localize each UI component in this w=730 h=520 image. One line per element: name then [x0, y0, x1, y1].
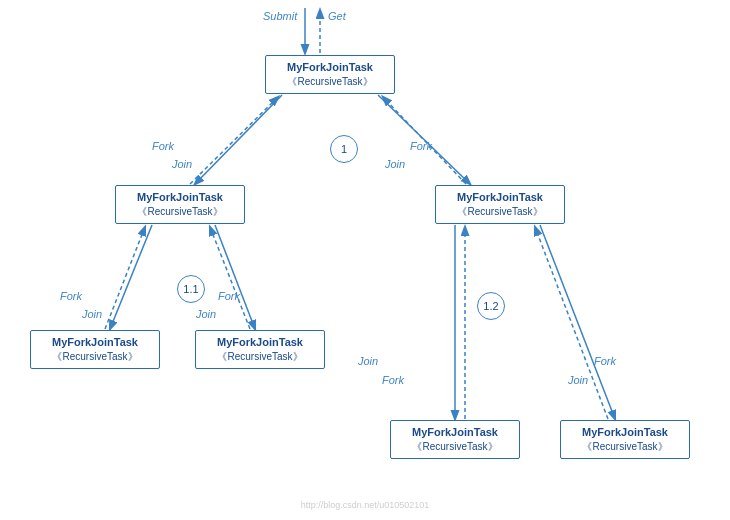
label-fork-ll: Fork — [60, 290, 82, 302]
rl2-task-box: MyForkJoinTask 《RecursiveTask》 — [390, 420, 520, 459]
svg-line-7 — [105, 227, 145, 329]
lr2-task-title: MyForkJoinTask — [204, 335, 316, 350]
svg-line-8 — [215, 225, 255, 329]
svg-line-3 — [190, 97, 278, 184]
root-task-subtitle: 《RecursiveTask》 — [274, 75, 386, 89]
label-fork-r: Fork — [410, 140, 432, 152]
label-fork-rl: Fork — [382, 374, 404, 386]
label-submit: Submit — [263, 10, 297, 22]
diagram: MyForkJoinTask 《RecursiveTask》 MyForkJoi… — [0, 0, 730, 520]
label-fork-lr: Fork — [218, 290, 240, 302]
l1-task-title: MyForkJoinTask — [124, 190, 236, 205]
ll2-task-box: MyForkJoinTask 《RecursiveTask》 — [30, 330, 160, 369]
rl2-task-subtitle: 《RecursiveTask》 — [399, 440, 511, 454]
label-join-r: Join — [385, 158, 405, 170]
label-fork-rr: Fork — [594, 355, 616, 367]
svg-line-6 — [110, 225, 152, 329]
label-fork-l: Fork — [152, 140, 174, 152]
rl2-task-title: MyForkJoinTask — [399, 425, 511, 440]
r1-task-box: MyForkJoinTask 《RecursiveTask》 — [435, 185, 565, 224]
label-join-l: Join — [172, 158, 192, 170]
svg-line-12 — [540, 225, 615, 419]
rr2-task-subtitle: 《RecursiveTask》 — [569, 440, 681, 454]
label-join-lr: Join — [196, 308, 216, 320]
svg-line-13 — [535, 227, 608, 419]
label-join-rl: Join — [358, 355, 378, 367]
watermark: http://blog.csdn.net/u010502101 — [301, 500, 430, 510]
ll2-task-title: MyForkJoinTask — [39, 335, 151, 350]
circle-11: 1.1 — [177, 275, 205, 303]
root-task-box: MyForkJoinTask 《RecursiveTask》 — [265, 55, 395, 94]
rr2-task-title: MyForkJoinTask — [569, 425, 681, 440]
label-get: Get — [328, 10, 346, 22]
rr2-task-box: MyForkJoinTask 《RecursiveTask》 — [560, 420, 690, 459]
circle-1: 1 — [330, 135, 358, 163]
svg-line-2 — [195, 95, 282, 184]
lr2-task-box: MyForkJoinTask 《RecursiveTask》 — [195, 330, 325, 369]
r1-task-subtitle: 《RecursiveTask》 — [444, 205, 556, 219]
root-task-title: MyForkJoinTask — [274, 60, 386, 75]
label-join-ll: Join — [82, 308, 102, 320]
l1-task-subtitle: 《RecursiveTask》 — [124, 205, 236, 219]
label-join-rr: Join — [568, 374, 588, 386]
lr2-task-subtitle: 《RecursiveTask》 — [204, 350, 316, 364]
l1-task-box: MyForkJoinTask 《RecursiveTask》 — [115, 185, 245, 224]
r1-task-title: MyForkJoinTask — [444, 190, 556, 205]
circle-12: 1.2 — [477, 292, 505, 320]
ll2-task-subtitle: 《RecursiveTask》 — [39, 350, 151, 364]
